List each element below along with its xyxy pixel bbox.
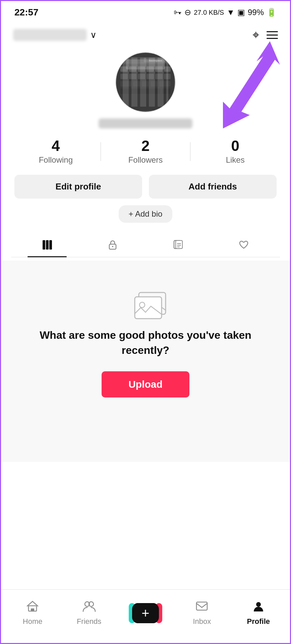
svg-rect-31 xyxy=(176,240,182,249)
tab-private[interactable] xyxy=(80,233,146,257)
avatar-image: Backspace xyxy=(116,53,175,112)
nav-item-friends[interactable]: Friends xyxy=(61,600,117,626)
svg-rect-5 xyxy=(138,66,145,72)
tab-tagged[interactable] xyxy=(146,233,211,257)
inbox-icon xyxy=(195,600,209,615)
svg-text:Backspace: Backspace xyxy=(149,59,162,62)
nav-label-home: Home xyxy=(23,617,43,626)
svg-rect-16 xyxy=(133,81,140,87)
menu-line-2 xyxy=(267,35,278,36)
menu-line-1 xyxy=(267,31,278,32)
key-icon: 🗝 xyxy=(174,8,182,17)
svg-rect-15 xyxy=(120,81,132,87)
svg-rect-18 xyxy=(151,81,158,87)
svg-rect-3 xyxy=(120,66,128,72)
nav-label-inbox: Inbox xyxy=(193,617,211,626)
battery-percent: 99% xyxy=(248,8,264,17)
likes-count: 0 xyxy=(231,139,239,153)
battery-icon: 🔋 xyxy=(267,8,277,17)
likes-label: Likes xyxy=(226,155,245,165)
add-friends-button[interactable]: Add friends xyxy=(149,175,277,199)
svg-rect-14 xyxy=(164,74,171,79)
content-tabs xyxy=(11,233,280,257)
likes-stat[interactable]: 0 Likes xyxy=(190,139,280,165)
status-time: 22:57 xyxy=(14,7,39,18)
nav-item-create[interactable]: + xyxy=(117,603,174,623)
status-bar: 22:57 🗝 ⊖ 27.0 KB/S ▼ ▣ 99% 🔋 xyxy=(1,1,290,21)
tab-liked[interactable] xyxy=(211,233,277,257)
empty-state-text: What are some good photos you've taken r… xyxy=(14,328,277,358)
menu-button[interactable] xyxy=(267,31,278,39)
lens-icon[interactable]: ⌖ xyxy=(252,28,258,42)
svg-rect-43 xyxy=(196,602,207,610)
nav-item-inbox[interactable]: Inbox xyxy=(174,600,230,626)
bottom-nav: Home Friends + Inbox xyxy=(1,589,290,643)
svg-rect-19 xyxy=(159,81,171,87)
svg-rect-7 xyxy=(155,66,163,72)
svg-rect-37 xyxy=(135,297,162,319)
svg-rect-17 xyxy=(142,81,149,87)
plus-icon: + xyxy=(141,606,149,620)
create-button-inner: + xyxy=(132,603,159,623)
svg-rect-2 xyxy=(120,57,171,64)
header-right-icons: ⌖ xyxy=(252,28,278,42)
svg-rect-11 xyxy=(138,74,145,79)
svg-rect-27 xyxy=(49,240,52,250)
svg-point-44 xyxy=(256,602,261,607)
upload-button[interactable]: Upload xyxy=(102,371,189,397)
svg-rect-4 xyxy=(129,66,136,72)
svg-rect-1 xyxy=(117,54,174,111)
edit-profile-button[interactable]: Edit profile xyxy=(14,175,142,199)
svg-rect-25 xyxy=(43,240,45,250)
svg-rect-20 xyxy=(130,89,161,94)
nav-label-profile: Profile xyxy=(247,617,270,626)
signal-icon: ▣ xyxy=(237,8,245,17)
profile-section: Backspace 4 Following 2 Followers 0 Like… xyxy=(1,45,290,261)
empty-state-icon xyxy=(129,287,162,318)
header: ∨ ⌖ xyxy=(1,21,290,45)
nav-label-friends: Friends xyxy=(77,617,101,626)
add-bio-button[interactable]: + Add bio xyxy=(119,205,173,223)
create-button[interactable]: + xyxy=(132,603,159,623)
menu-line-3 xyxy=(267,38,278,39)
svg-rect-22 xyxy=(162,89,171,94)
action-buttons: Edit profile Add friends xyxy=(11,175,280,199)
minus-icon: ⊖ xyxy=(184,8,191,17)
wifi-icon: ▼ xyxy=(227,8,235,17)
avatar[interactable]: Backspace xyxy=(115,52,176,112)
home-icon xyxy=(26,600,39,615)
followers-label: Followers xyxy=(128,155,163,165)
svg-rect-23 xyxy=(144,58,167,62)
followers-count: 2 xyxy=(141,139,150,153)
nav-item-home[interactable]: Home xyxy=(4,600,61,626)
svg-rect-6 xyxy=(147,66,154,72)
friends-icon xyxy=(82,600,97,615)
svg-rect-10 xyxy=(129,74,136,79)
following-label: Following xyxy=(39,155,73,165)
profile-icon xyxy=(252,600,265,615)
stats-row: 4 Following 2 Followers 0 Likes xyxy=(11,139,280,165)
username-blurred xyxy=(13,29,87,41)
svg-rect-9 xyxy=(120,74,128,79)
svg-rect-8 xyxy=(164,66,171,72)
username-area[interactable]: ∨ xyxy=(13,29,97,41)
profile-name-blurred xyxy=(99,118,192,128)
speed-indicator: 27.0 KB/S xyxy=(194,9,224,16)
tab-grid[interactable] xyxy=(14,233,80,257)
followers-stat[interactable]: 2 Followers xyxy=(101,139,190,165)
svg-point-29 xyxy=(112,246,113,247)
nav-item-profile[interactable]: Profile xyxy=(230,600,287,626)
svg-rect-13 xyxy=(155,74,163,79)
following-count: 4 xyxy=(52,139,60,153)
svg-rect-21 xyxy=(120,89,129,94)
svg-rect-12 xyxy=(147,74,154,79)
content-area: What are some good photos you've taken r… xyxy=(1,261,290,462)
svg-rect-40 xyxy=(31,608,34,611)
chevron-down-icon: ∨ xyxy=(90,30,97,40)
status-icons: 🗝 ⊖ 27.0 KB/S ▼ ▣ 99% 🔋 xyxy=(174,8,277,17)
svg-rect-26 xyxy=(46,240,49,250)
following-stat[interactable]: 4 Following xyxy=(11,139,101,165)
